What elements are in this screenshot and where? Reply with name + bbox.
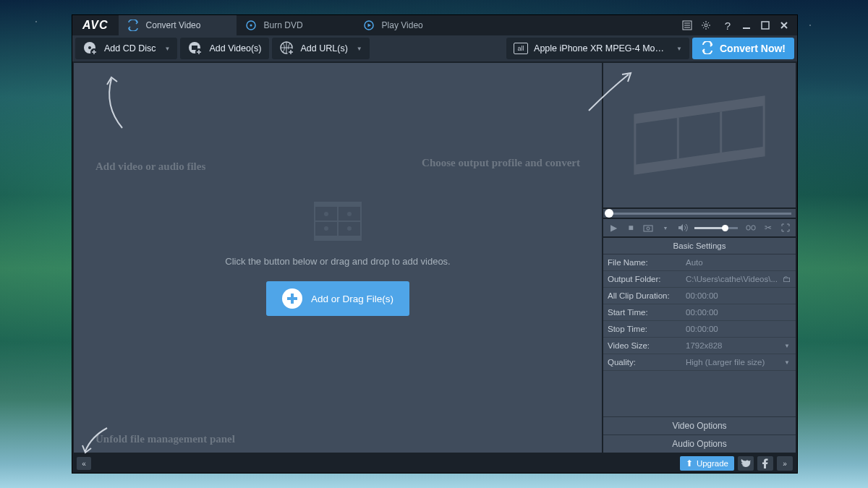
preview-area [603, 63, 796, 207]
statusbar: « ⬆Upgrade » [72, 454, 797, 473]
facebook-button[interactable] [757, 456, 773, 471]
disc-plus-icon [82, 40, 98, 56]
stop-button[interactable]: ■ [625, 222, 637, 234]
tab-label: Convert Video [146, 20, 201, 30]
film-strip-icon [312, 200, 364, 243]
filename-value[interactable]: Auto [681, 258, 796, 267]
film-plus-icon [187, 40, 203, 56]
refresh-icon [701, 41, 714, 56]
svg-rect-25 [635, 147, 764, 174]
expand-panel-button[interactable]: » [777, 456, 793, 471]
setting-row-video-size: Video Size:1792x828▼ [603, 338, 796, 354]
svg-point-1 [250, 25, 252, 27]
play-button[interactable]: ▶ [608, 222, 619, 234]
main-tabs: Convert Video Burn DVD Play Video [119, 15, 472, 35]
list-icon[interactable] [681, 20, 693, 31]
hint-output-profile: Choose output profile and convert [422, 157, 580, 169]
svg-rect-24 [635, 97, 764, 124]
cut-icon[interactable]: ✂ [762, 222, 774, 234]
settings-title: Basic Settings [603, 238, 796, 254]
play-icon [363, 20, 375, 31]
tab-burn-dvd[interactable]: Burn DVD [237, 15, 354, 35]
help-icon[interactable]: ? [722, 20, 733, 31]
svg-rect-16 [315, 236, 361, 240]
hint-add-files: Add video or audio files [95, 160, 205, 173]
snapshot-button[interactable] [642, 222, 654, 234]
convert-icon [127, 20, 139, 31]
start-time-value[interactable]: 00:00:00 [681, 308, 796, 317]
svg-point-22 [347, 226, 352, 231]
twitter-button[interactable] [738, 456, 754, 471]
tab-label: Play Video [382, 20, 423, 30]
globe-plus-icon [279, 40, 295, 56]
tab-convert-video[interactable]: Convert Video [119, 15, 237, 35]
tab-label: Burn DVD [264, 20, 303, 30]
svg-rect-30 [746, 226, 750, 230]
minimize-button[interactable] [741, 20, 752, 31]
seek-slider[interactable] [603, 209, 796, 218]
add-urls-button[interactable]: Add URL(s) ▼ [272, 38, 370, 59]
chevron-down-icon[interactable]: ▼ [660, 222, 671, 234]
tab-play-video[interactable]: Play Video [354, 15, 472, 35]
svg-rect-10 [192, 46, 197, 50]
audio-options-button[interactable]: Audio Options [603, 435, 796, 453]
expand-icon[interactable] [780, 222, 791, 234]
svg-point-19 [324, 212, 328, 216]
add-cd-disc-button[interactable]: Add CD Disc ▼ [75, 38, 177, 59]
close-button[interactable] [778, 20, 790, 31]
app-logo: AVC [72, 19, 119, 32]
player-controls: ▶ ■ ▼ ✂ [603, 219, 796, 236]
side-panel: ▶ ■ ▼ ✂ Basic Settings File Name:Auto Ou… [603, 63, 796, 453]
setting-row-start-time: Start Time:00:00:00 [603, 304, 796, 321]
link-icon[interactable] [745, 222, 757, 234]
gear-icon[interactable] [700, 20, 712, 31]
upload-icon: ⬆ [686, 458, 693, 468]
app-window: AVC Convert Video Burn DVD Play Video ? [72, 14, 798, 474]
browse-icon[interactable]: 🗀 [783, 274, 791, 284]
plus-circle-icon [282, 288, 302, 309]
svg-point-4 [705, 24, 707, 27]
convert-now-button[interactable]: Convert Now! [692, 38, 794, 59]
chevron-down-icon: ▼ [784, 343, 790, 349]
hint-arrow-icon [90, 70, 133, 135]
chevron-down-icon: ▼ [784, 359, 790, 366]
button-label: Add URL(s) [301, 43, 348, 53]
basic-settings-panel: Basic Settings File Name:Auto Output Fol… [603, 238, 796, 453]
setting-row-quality: Quality:High (Larger file size)▼ [603, 354, 796, 371]
toolbar: Add CD Disc ▼ Add Video(s) Add URL(s) ▼ … [72, 35, 797, 61]
svg-point-29 [647, 227, 650, 230]
upgrade-button[interactable]: ⬆Upgrade [680, 456, 734, 471]
svg-point-20 [347, 212, 352, 216]
svg-point-21 [324, 226, 328, 231]
all-icon: all [514, 43, 528, 54]
video-size-dropdown[interactable]: 1792x828▼ [681, 341, 796, 350]
main-drop-area[interactable]: Add video or audio files Choose output p… [74, 63, 602, 453]
setting-row-duration: All Clip Duration:00:00:00 [603, 288, 796, 304]
hint-arrow-icon [78, 422, 114, 458]
volume-slider[interactable] [694, 227, 738, 229]
drop-instruction-text: Click the button below or drag and drop … [225, 256, 450, 267]
chevron-down-icon: ▼ [165, 46, 171, 52]
svg-rect-31 [752, 226, 755, 230]
output-folder-value[interactable]: C:\Users\cathe\Videos\...🗀 [681, 274, 796, 284]
output-profile-dropdown[interactable]: all Apple iPhone XR MPEG-4 Movie (*.m...… [506, 38, 689, 59]
collapse-panel-button[interactable]: « [77, 457, 91, 470]
button-label: Add CD Disc [104, 43, 156, 53]
svg-rect-15 [315, 202, 361, 207]
volume-icon[interactable] [677, 222, 689, 234]
content-area: Add video or audio files Choose output p… [72, 61, 797, 454]
add-videos-button[interactable]: Add Video(s) [180, 38, 268, 59]
chevron-down-icon: ▼ [676, 46, 682, 52]
video-options-button[interactable]: Video Options [603, 416, 796, 435]
setting-row-output-folder: Output Folder:C:\Users\cathe\Videos\...🗀 [603, 271, 796, 288]
titlebar: AVC Convert Video Burn DVD Play Video ? [72, 15, 797, 35]
profile-label: Apple iPhone XR MPEG-4 Movie (*.m... [534, 43, 668, 53]
button-label: Add Video(s) [209, 43, 261, 53]
add-drag-files-button[interactable]: Add or Drag File(s) [266, 281, 409, 316]
disc-icon [245, 20, 257, 31]
duration-value: 00:00:00 [681, 291, 796, 300]
quality-dropdown[interactable]: High (Larger file size)▼ [681, 358, 796, 367]
stop-time-value[interactable]: 00:00:00 [681, 325, 796, 333]
film-strip-icon [628, 81, 771, 189]
maximize-button[interactable] [760, 20, 771, 31]
